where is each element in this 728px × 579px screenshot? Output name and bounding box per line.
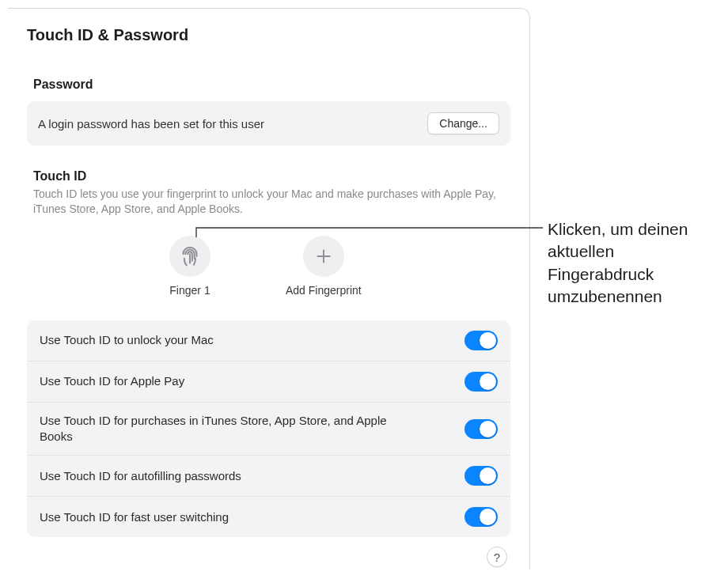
help-row: ? [27, 547, 510, 567]
toggle-autofill[interactable] [464, 466, 498, 486]
help-button[interactable]: ? [487, 547, 507, 567]
change-password-button[interactable]: Change... [427, 112, 499, 134]
callout-text: Klicken, um deinen aktuellen Fingerabdru… [548, 218, 722, 308]
section-title-password: Password [27, 78, 510, 92]
password-card: A login password has been set for this u… [27, 101, 510, 146]
option-label: Use Touch ID for fast user switching [40, 509, 229, 525]
toggle-apple-pay[interactable] [464, 372, 498, 392]
plus-icon [303, 236, 344, 277]
toggle-fast-user-switching[interactable] [464, 507, 498, 527]
touchid-options: Use Touch ID to unlock your Mac Use Touc… [27, 320, 510, 538]
password-status: A login password has been set for this u… [38, 117, 264, 131]
toggle-purchases[interactable] [464, 419, 498, 439]
add-fingerprint-button[interactable]: Add Fingerprint [286, 236, 362, 297]
option-label: Use Touch ID for autofilling passwords [40, 468, 241, 484]
fingerprint-list: Finger 1 Add Fingerprint [27, 217, 510, 306]
option-row-fast-user-switching: Use Touch ID for fast user switching [27, 497, 510, 537]
option-label: Use Touch ID for Apple Pay [40, 373, 184, 389]
touchid-description: Touch ID lets you use your fingerprint t… [27, 184, 510, 217]
toggle-unlock-mac[interactable] [464, 331, 498, 350]
fingerprint-item-1[interactable]: Finger 1 [169, 236, 210, 297]
fingerprint-label: Finger 1 [169, 284, 210, 297]
page-title: Touch ID & Password [27, 26, 510, 44]
option-row-unlock-mac: Use Touch ID to unlock your Mac [27, 320, 510, 361]
option-row-apple-pay: Use Touch ID for Apple Pay [27, 361, 510, 403]
option-label: Use Touch ID for purchases in iTunes Sto… [40, 413, 419, 445]
fingerprint-icon [169, 236, 210, 277]
option-row-autofill: Use Touch ID for autofilling passwords [27, 456, 510, 497]
settings-panel: Touch ID & Password Password A login pas… [8, 8, 530, 570]
option-row-purchases: Use Touch ID for purchases in iTunes Sto… [27, 403, 510, 456]
option-label: Use Touch ID to unlock your Mac [40, 332, 214, 348]
touchid-section: Touch ID Touch ID lets you use your fing… [27, 169, 510, 567]
add-fingerprint-label: Add Fingerprint [286, 284, 362, 297]
section-title-touchid: Touch ID [27, 169, 510, 184]
